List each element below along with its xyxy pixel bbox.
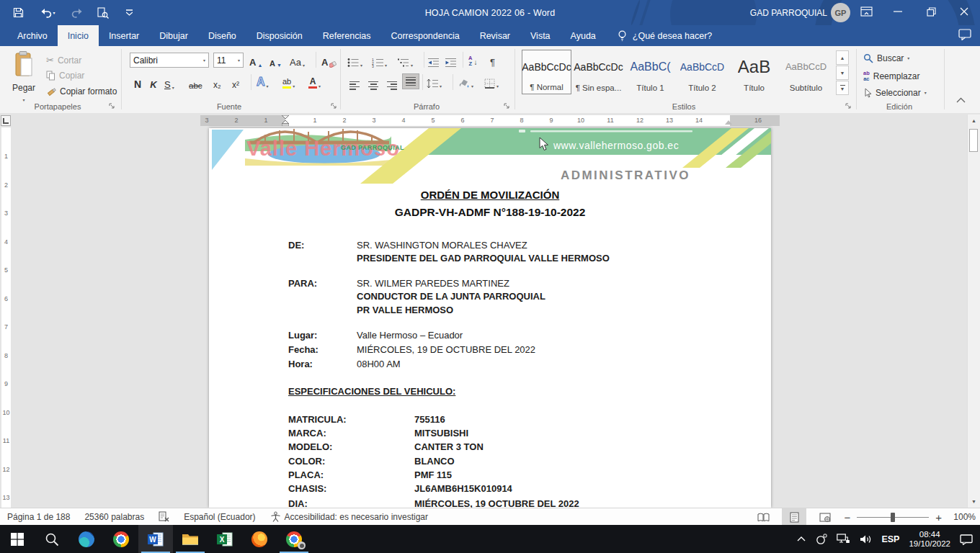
style-heading2[interactable]: AaBbCcD Título 2 xyxy=(677,50,727,94)
from-name[interactable]: SR. WASHINGTON MORALES CHAVEZ xyxy=(357,240,527,251)
shrink-font-button[interactable]: A▼ xyxy=(270,53,282,68)
tell-me-search[interactable]: ¿Qué desea hacer? xyxy=(606,25,713,46)
superscript-button[interactable]: x² xyxy=(232,75,239,90)
print-layout-button[interactable] xyxy=(782,508,806,526)
tray-show-hidden-icons[interactable] xyxy=(796,536,806,542)
spec-value[interactable]: MIÉRCOLES, 19 OCTUBRE DEL 2022 xyxy=(414,498,579,508)
taskbar-word-active[interactable]: W xyxy=(138,525,173,553)
style-no-spacing[interactable]: AaBbCcDc ¶ Sin espa... xyxy=(574,50,623,94)
taskbar-chrome-profile[interactable] xyxy=(277,525,311,553)
save-icon[interactable] xyxy=(10,4,26,22)
accessibility-status[interactable]: Accesibilidad: es necesario investigar xyxy=(263,508,435,525)
spec-value[interactable]: MITSUBISHI xyxy=(414,428,468,439)
underline-button[interactable]: S▾ xyxy=(164,75,174,90)
restore-button[interactable] xyxy=(915,0,947,23)
print-preview-icon[interactable] xyxy=(95,4,111,22)
proofing-status[interactable] xyxy=(151,508,177,525)
align-left-button[interactable] xyxy=(347,75,362,90)
spec-label[interactable]: COLOR: xyxy=(288,456,325,467)
spec-value[interactable]: PMF 115 xyxy=(414,469,452,480)
styles-scroll-up-button[interactable]: ▲ xyxy=(836,50,849,65)
avatar[interactable]: GP xyxy=(831,3,850,22)
hour-label[interactable]: Hora: xyxy=(288,359,313,369)
align-center-button[interactable] xyxy=(366,75,380,90)
tab-archivo[interactable]: Archivo xyxy=(7,25,58,46)
spec-value[interactable]: 755116 xyxy=(414,414,445,425)
increase-indent-button[interactable] xyxy=(445,53,456,68)
zoom-slider-handle[interactable] xyxy=(891,513,895,522)
scroll-up-button[interactable]: ▲ xyxy=(968,114,980,127)
show-paragraph-marks-button[interactable]: ¶ xyxy=(490,53,495,68)
align-right-button[interactable] xyxy=(385,75,399,90)
customize-qat-icon[interactable] xyxy=(121,4,137,22)
hour-value[interactable]: 08H00 AM xyxy=(357,359,401,369)
web-layout-button[interactable] xyxy=(813,508,837,526)
spec-value[interactable]: JL6AMB6H15K010914 xyxy=(414,483,512,494)
doc-reference-number[interactable]: GADPR-VH-ADMF N°188-19-10-2022 xyxy=(209,206,771,219)
style-normal[interactable]: AaBbCcDc ¶ Normal xyxy=(522,50,571,94)
justify-button[interactable] xyxy=(402,73,419,89)
input-language[interactable]: ESP xyxy=(881,534,899,544)
feedback-comment-icon[interactable] xyxy=(958,29,971,40)
taskbar-excel[interactable]: X xyxy=(208,525,242,553)
first-line-indent-marker[interactable] xyxy=(282,115,289,126)
tab-stop-selector[interactable] xyxy=(1,115,11,126)
horizontal-ruler[interactable]: 321 1234567891011121314 1617 xyxy=(200,115,780,126)
spec-label[interactable]: MARCA: xyxy=(288,428,326,439)
read-mode-button[interactable] xyxy=(751,508,775,526)
tab-insertar[interactable]: Insertar xyxy=(99,25,149,46)
tab-correspondencia[interactable]: Correspondencia xyxy=(380,25,469,46)
style-title[interactable]: AaB Título xyxy=(729,50,779,94)
ribbon-display-options-button[interactable] xyxy=(850,0,882,23)
bold-button[interactable]: N xyxy=(131,75,144,90)
cut-button[interactable]: ✂ Cortar xyxy=(46,55,81,66)
spec-label[interactable]: MATRICULA: xyxy=(288,414,347,425)
font-dialog-launcher[interactable] xyxy=(330,102,337,109)
select-button[interactable]: Seleccionar▾ xyxy=(863,88,927,98)
start-button[interactable] xyxy=(0,525,35,553)
zoom-level[interactable]: 100% xyxy=(948,512,976,522)
from-role[interactable]: PRESIDENTE DEL GAD PARROQUIAL VALLE HERM… xyxy=(357,253,610,264)
scrollbar-thumb[interactable] xyxy=(969,129,978,152)
text-effects-button[interactable]: A▾ xyxy=(257,73,269,89)
spec-label[interactable]: PLACA: xyxy=(288,469,324,480)
format-painter-button[interactable]: Copiar formato xyxy=(46,86,117,96)
to-label[interactable]: PARA: xyxy=(288,278,317,289)
styles-scroll-down-button[interactable]: ▼ xyxy=(836,66,849,80)
paste-button[interactable]: Pegar ▾ xyxy=(6,50,42,102)
change-case-button[interactable]: Aa▾ xyxy=(290,53,305,68)
zoom-slider[interactable] xyxy=(857,517,929,518)
style-subtitle[interactable]: AaBbCcD Subtítulo xyxy=(781,50,831,94)
specs-title[interactable]: ESPECIFICACIONES DEL VEHICULO: xyxy=(288,386,455,397)
replace-button[interactable]: abac Reemplazar xyxy=(863,71,919,82)
spec-value[interactable]: CANTER 3 TON xyxy=(414,441,484,452)
spec-label[interactable]: MODELO: xyxy=(288,441,332,452)
vertical-scrollbar[interactable]: ▲ ▼ xyxy=(967,114,980,508)
spec-value[interactable]: BLANCO xyxy=(414,456,455,467)
font-name-select[interactable]: Calibri▾ xyxy=(130,53,209,68)
taskbar-clock[interactable]: 08:44 19/10/2022 xyxy=(909,530,950,549)
spec-label[interactable]: DIA: xyxy=(288,498,308,508)
bullets-button[interactable]: ▾ xyxy=(347,53,362,68)
clipboard-dialog-launcher[interactable] xyxy=(108,102,115,109)
sort-button[interactable]: AZ↓ xyxy=(468,51,477,66)
decrease-indent-button[interactable] xyxy=(428,53,439,68)
network-icon[interactable] xyxy=(837,534,850,544)
shading-button[interactable]: ▾ xyxy=(458,73,473,89)
multilevel-list-button[interactable]: ▾ xyxy=(398,53,413,68)
find-button[interactable]: Buscar▾ xyxy=(863,53,909,63)
to-name[interactable]: SR. WILMER PAREDES MARTINEZ xyxy=(357,278,509,289)
tab-vista[interactable]: Vista xyxy=(520,25,561,46)
speaker-icon[interactable] xyxy=(860,534,872,544)
date-value[interactable]: MIÉRCOLES, 19 DE OCTUBRE DEL 2022 xyxy=(357,344,535,355)
word-count[interactable]: 25360 palabras xyxy=(77,508,151,525)
doc-title[interactable]: ORDÉN DE MOVILIZACIÓN xyxy=(209,189,771,201)
copy-button[interactable]: Copiar xyxy=(46,71,84,81)
from-label[interactable]: DE: xyxy=(288,240,304,251)
strikethrough-button[interactable]: abc xyxy=(189,75,202,90)
to-role-2[interactable]: PR VALLE HERMOSO xyxy=(357,305,453,315)
grow-font-button[interactable]: A▲ xyxy=(249,53,262,68)
place-value[interactable]: Valle Hermoso – Ecuador xyxy=(357,330,463,341)
account-name[interactable]: GAD PARROQUIAL xyxy=(750,0,827,25)
borders-button[interactable]: ▾ xyxy=(484,73,499,89)
